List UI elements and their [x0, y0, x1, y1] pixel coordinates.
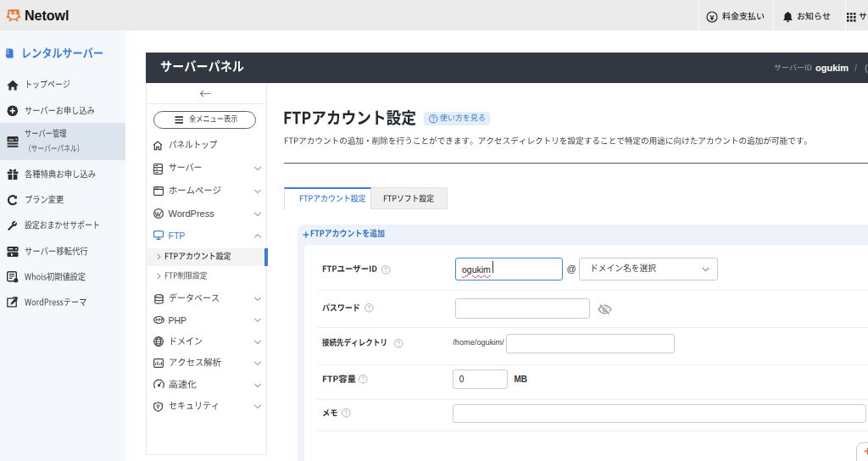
svg-text:¥: ¥ [709, 13, 715, 22]
